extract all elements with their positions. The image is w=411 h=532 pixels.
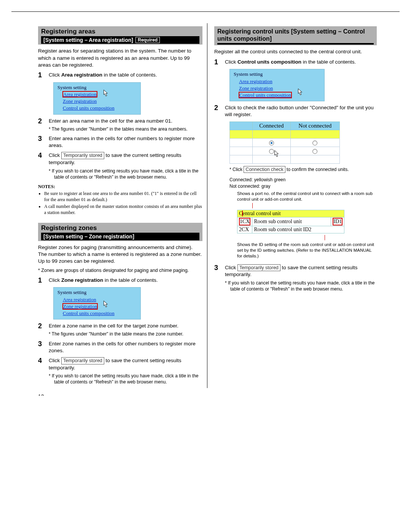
area-registration-link[interactable]: Area registration [63, 296, 137, 303]
cursor-icon [102, 89, 109, 97]
ctrl-menu-illustration: System setting Area registration Zone re… [229, 69, 377, 101]
areas-step-3: 3 Enter area names in the cells for othe… [38, 135, 202, 149]
zone-registration-link[interactable]: Zone registration [63, 304, 97, 309]
areas-notes-list: Be sure to register at least one area to… [38, 190, 202, 216]
not-connected-radio[interactable] [312, 149, 317, 154]
area-registration-link[interactable]: Area registration [239, 78, 320, 85]
control-units-link[interactable]: Control units composition [63, 105, 137, 112]
zones-menu-illustration: System setting Area registration Zone re… [53, 287, 202, 320]
areas-title: Registering areas [41, 28, 199, 35]
zones-step-2: 2 Enter a zone name in the cell for the … [38, 323, 202, 337]
anno-top: Shows a port no. of the central control … [237, 191, 377, 202]
page-number: 12 [38, 393, 44, 396]
areas-step-1: 1 Click Area registration in the table o… [38, 72, 202, 79]
not-connected-radio[interactable] [312, 141, 317, 145]
areas-intro: Register areas for separating stations i… [38, 48, 202, 69]
control-units-link[interactable]: Control units composition [239, 92, 292, 98]
zones-step-3: 3 Enter zone names in the cells for othe… [38, 340, 202, 354]
notes-header: NOTES: [38, 184, 202, 190]
connection-check-note: * Click Connection check to confirm the … [229, 166, 377, 173]
control-units-link[interactable]: Control units composition [63, 310, 137, 317]
connected-radio[interactable] [269, 141, 274, 145]
ctrl-intro: Register all the control units connected… [214, 48, 377, 55]
anno-bottom: Shows the ID setting of the room sub con… [237, 242, 377, 259]
required-badge: Required [135, 37, 160, 43]
connection-check-button[interactable]: Connection check [244, 166, 285, 173]
areas-subtitle: [System setting – Area registration] [43, 37, 133, 43]
areas-menu-illustration: System setting Area registration Zone re… [53, 82, 202, 115]
ctrl-section-header: Registering control units [System settin… [214, 26, 377, 45]
zones-intro: Register zones for paging (transmitting … [38, 244, 202, 265]
control-unit-table: Central control unit 1CX Room sub contro… [237, 210, 344, 233]
zone-registration-link[interactable]: Zone registration [239, 85, 320, 92]
area-registration-link[interactable]: Area registration [63, 91, 97, 97]
ctrl-step-3: 3 Click Temporarily stored to save the c… [214, 264, 377, 292]
temporarily-stored-button[interactable]: Temporarily stored [61, 152, 104, 159]
areas-step-4: 4 Click Temporarily stored to save the c… [38, 152, 202, 180]
cursor-icon [297, 88, 304, 96]
zones-title: Registering zones [41, 224, 199, 232]
connected-header: Connected [253, 121, 291, 130]
areas-step-2: 2 Enter an area name in the cell for the… [38, 118, 202, 132]
legend-connected: Connected: yellowish green [229, 177, 377, 183]
legend-not-connected: Not connected: gray [229, 183, 377, 189]
zones-section-header: Registering zones [System setting – Zone… [38, 223, 202, 241]
ctrl-step-2: 2 Click to check the radio button under … [214, 104, 377, 118]
ctrl-title: Registering control units [System settin… [217, 28, 374, 42]
temporarily-stored-button[interactable]: Temporarily stored [61, 357, 104, 364]
zones-footnote: * Zones are groups of stations designate… [38, 267, 202, 274]
table-row [230, 147, 340, 155]
ctrl-step-1: 1 Click Control units composition in the… [214, 59, 377, 66]
zone-registration-link[interactable]: Zone registration [63, 98, 137, 105]
zones-step-4: 4 Click Temporarily stored to save the c… [38, 357, 202, 385]
not-connected-header: Not connected [290, 121, 339, 130]
table-row [230, 138, 340, 147]
cursor-icon [102, 300, 109, 308]
zones-subtitle: [System setting – Zone registration] [43, 233, 134, 240]
zones-step-1: 1 Click Zone registration in the table o… [38, 277, 202, 284]
temporarily-stored-button[interactable]: Temporarily stored [237, 264, 280, 272]
connected-table: Connected Not connected [229, 121, 340, 164]
areas-section-header: Registering areas [System setting – Area… [38, 26, 202, 45]
